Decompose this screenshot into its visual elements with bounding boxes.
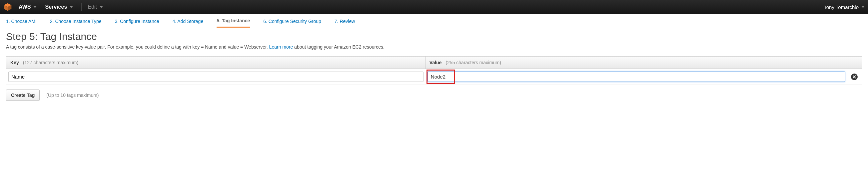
main-content: Step 5: Tag Instance A tag consists of a… [0,28,868,107]
nav-edit-label: Edit [88,4,97,10]
desc-text-after: about tagging your Amazon EC2 resources. [294,44,384,50]
top-nav: AWS Services Edit Tony Tomarchio [0,0,868,14]
page-title: Step 5: Tag Instance [6,31,862,42]
delete-tag-icon[interactable] [851,73,858,80]
tag-value-input[interactable] [428,71,845,82]
wizard-step-choose-ami[interactable]: 1. Choose AMI [6,19,37,27]
tag-key-input[interactable] [8,71,424,82]
table-header: Key (127 characters maximum) Value (255 … [6,56,862,69]
wizard-step-review[interactable]: 7. Review [335,19,355,27]
page-description: A tag consists of a case-sensitive key-v… [6,44,862,50]
aws-cube-icon[interactable] [3,3,12,11]
create-tag-hint: (Up to 10 tags maximum) [46,93,99,98]
nav-user-label: Tony Tomarchio [824,4,859,10]
wizard-step-configure-instance[interactable]: 3. Configure Instance [115,19,159,27]
caret-down-icon [861,6,865,8]
header-key-hint: (127 characters maximum) [23,60,79,65]
nav-aws[interactable]: AWS [19,4,37,10]
caret-down-icon [33,6,37,8]
header-key-label: Key [10,60,19,65]
nav-aws-label: AWS [19,4,31,10]
cell-value: Node2 [426,69,847,85]
header-value-label: Value [430,60,442,65]
wizard-step-tag-instance: 5. Tag Instance [217,18,250,28]
nav-services[interactable]: Services [45,4,73,10]
learn-more-link[interactable]: Learn more [269,44,293,50]
desc-text-before: A tag consists of a case-sensitive key-v… [6,44,269,50]
nav-separator [81,3,82,11]
wizard-step-choose-instance-type[interactable]: 2. Choose Instance Type [50,19,102,27]
header-key: Key (127 characters maximum) [6,57,426,69]
table-row: Node2 [6,69,862,85]
wizard-step-configure-security-group[interactable]: 6. Configure Security Group [263,19,321,27]
create-tag-button[interactable]: Create Tag [6,90,40,101]
nav-user[interactable]: Tony Tomarchio [824,4,865,10]
caret-down-icon [100,6,103,8]
nav-services-label: Services [45,4,67,10]
header-value: Value (255 characters maximum) [426,57,847,69]
caret-down-icon [70,6,73,8]
nav-edit[interactable]: Edit [88,4,103,10]
cell-action [847,71,862,83]
create-tag-row: Create Tag (Up to 10 tags maximum) [6,90,862,101]
tag-table: Key (127 characters maximum) Value (255 … [6,56,862,85]
wizard-step-add-storage[interactable]: 4. Add Storage [173,19,204,27]
header-action [847,57,862,69]
header-value-hint: (255 characters maximum) [445,60,501,65]
cell-key [6,69,426,85]
wizard-steps: 1. Choose AMI 2. Choose Instance Type 3.… [0,14,868,28]
